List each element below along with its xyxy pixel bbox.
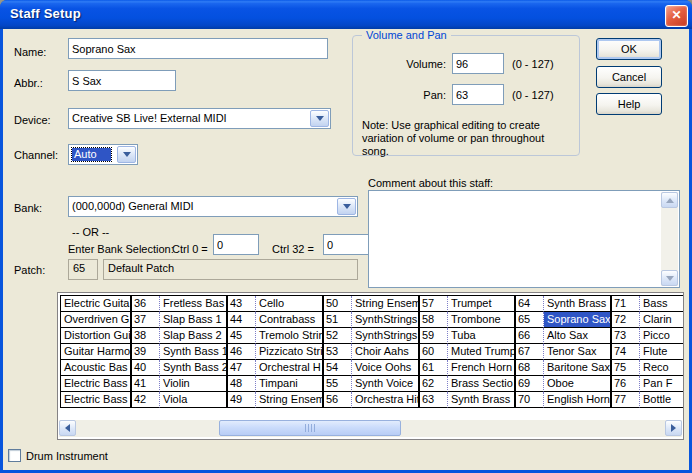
patch-cell[interactable]: Overdriven G: [61, 312, 132, 328]
patch-cell[interactable]: English Horn: [544, 392, 612, 408]
patch-cell[interactable]: 40: [132, 360, 160, 376]
patch-cell[interactable]: 43: [228, 296, 256, 312]
patch-cell[interactable]: Slap Bass 1: [160, 312, 228, 328]
patch-cell[interactable]: Synth Bass 2: [160, 360, 228, 376]
patch-cell[interactable]: 65: [516, 312, 544, 328]
patch-cell[interactable]: Viola: [160, 392, 228, 408]
patch-cell[interactable]: String Ensem: [352, 296, 420, 312]
patch-cell[interactable]: 69: [516, 376, 544, 392]
patch-cell[interactable]: Acoustic Bas: [61, 360, 132, 376]
patch-cell[interactable]: 62: [420, 376, 448, 392]
scroll-down-button[interactable]: [661, 270, 678, 286]
device-combo-button[interactable]: [310, 110, 329, 127]
patch-cell[interactable]: 47: [228, 360, 256, 376]
patch-cell[interactable]: 67: [516, 344, 544, 360]
patch-cell[interactable]: Slap Bass 2: [160, 328, 228, 344]
patch-cell[interactable]: Orchestral H: [256, 360, 324, 376]
patch-grid-hscrollbar[interactable]: [59, 420, 682, 437]
patch-cell[interactable]: Picco: [640, 328, 684, 344]
patch-cell[interactable]: 70: [516, 392, 544, 408]
patch-cell[interactable]: 45: [228, 328, 256, 344]
patch-cell[interactable]: 73: [612, 328, 640, 344]
patch-cell[interactable]: SynthStrings: [352, 328, 420, 344]
volume-input[interactable]: [452, 53, 504, 74]
patch-cell[interactable]: Cello: [256, 296, 324, 312]
ctrl0-input[interactable]: [213, 234, 259, 255]
cancel-button[interactable]: Cancel: [596, 66, 662, 88]
patch-cell[interactable]: Tuba: [448, 328, 516, 344]
patch-cell[interactable]: 42: [132, 392, 160, 408]
patch-cell[interactable]: 68: [516, 360, 544, 376]
abbr-input[interactable]: [68, 70, 176, 91]
patch-cell[interactable]: Timpani: [256, 376, 324, 392]
patch-cell[interactable]: 57: [420, 296, 448, 312]
patch-cell[interactable]: Baritone Sax: [544, 360, 612, 376]
patch-cell[interactable]: Reco: [640, 360, 684, 376]
patch-cell[interactable]: 61: [420, 360, 448, 376]
patch-cell[interactable]: Alto Sax: [544, 328, 612, 344]
bank-combo[interactable]: (000,000d) General MIDI: [68, 196, 358, 217]
patch-cell[interactable]: 56: [324, 392, 352, 408]
patch-cell[interactable]: 60: [420, 344, 448, 360]
comment-textarea[interactable]: [369, 191, 662, 287]
patch-cell[interactable]: Pizzicato Stri: [256, 344, 324, 360]
patch-cell[interactable]: 52: [324, 328, 352, 344]
patch-cell[interactable]: 76: [612, 376, 640, 392]
patch-cell[interactable]: Bass: [640, 296, 684, 312]
patch-cell[interactable]: 54: [324, 360, 352, 376]
scroll-right-button[interactable]: [665, 420, 682, 436]
close-icon[interactable]: ✕: [665, 5, 688, 27]
patch-cell[interactable]: Synth Brass: [544, 296, 612, 312]
patch-cell[interactable]: 64: [516, 296, 544, 312]
patch-cell[interactable]: 49: [228, 392, 256, 408]
patch-cell[interactable]: French Horn: [448, 360, 516, 376]
patch-cell[interactable]: Clarin: [640, 312, 684, 328]
patch-cell[interactable]: 58: [420, 312, 448, 328]
patch-cell[interactable]: Choir Aahs: [352, 344, 420, 360]
patch-cell[interactable]: 77: [612, 392, 640, 408]
patch-cell[interactable]: 39: [132, 344, 160, 360]
channel-combo-button[interactable]: [117, 146, 136, 163]
drum-instrument-checkbox[interactable]: [8, 449, 21, 462]
patch-cell[interactable]: Trumpet: [448, 296, 516, 312]
patch-cell[interactable]: 41: [132, 376, 160, 392]
patch-cell[interactable]: Tenor Sax: [544, 344, 612, 360]
bank-combo-button[interactable]: [337, 198, 356, 215]
help-button[interactable]: Help: [596, 93, 662, 115]
patch-cell[interactable]: 74: [612, 344, 640, 360]
pan-input[interactable]: [452, 84, 504, 105]
patch-cell[interactable]: Muted Trump: [448, 344, 516, 360]
patch-cell[interactable]: 63: [420, 392, 448, 408]
patch-cell[interactable]: SynthStrings: [352, 312, 420, 328]
patch-cell[interactable]: 51: [324, 312, 352, 328]
patch-cell[interactable]: Electric Guita: [61, 296, 132, 312]
patch-cell[interactable]: Synth Bass 1: [160, 344, 228, 360]
device-combo[interactable]: Creative SB Live! External MIDI: [68, 108, 331, 129]
patch-cell[interactable]: Fretless Bas: [160, 296, 228, 312]
channel-combo[interactable]: Auto: [68, 144, 138, 165]
patch-cell[interactable]: 72: [612, 312, 640, 328]
patch-cell[interactable]: 38: [132, 328, 160, 344]
patch-cell[interactable]: Orchestra Hit: [352, 392, 420, 408]
ctrl32-input[interactable]: [323, 234, 369, 255]
patch-cell[interactable]: 66: [516, 328, 544, 344]
patch-cell[interactable]: 53: [324, 344, 352, 360]
comment-vscrollbar[interactable]: [661, 192, 678, 286]
titlebar[interactable]: Staff Setup: [0, 0, 692, 29]
patch-cell[interactable]: Distortion Gui: [61, 328, 132, 344]
ok-button[interactable]: OK: [596, 38, 662, 60]
patch-cell[interactable]: 75: [612, 360, 640, 376]
patch-cell[interactable]: 48: [228, 376, 256, 392]
patch-cell[interactable]: Violin: [160, 376, 228, 392]
patch-cell[interactable]: Electric Bass: [61, 392, 132, 408]
patch-cell[interactable]: Trombone: [448, 312, 516, 328]
patch-cell[interactable]: Synth Voice: [352, 376, 420, 392]
patch-cell[interactable]: Oboe: [544, 376, 612, 392]
patch-cell[interactable]: Bottle: [640, 392, 684, 408]
patch-cell[interactable]: Contrabass: [256, 312, 324, 328]
patch-cell[interactable]: Tremolo Strin: [256, 328, 324, 344]
patch-cell[interactable]: 71: [612, 296, 640, 312]
scroll-up-button[interactable]: [661, 192, 678, 208]
scroll-left-button[interactable]: [59, 420, 76, 436]
patch-cell[interactable]: 46: [228, 344, 256, 360]
